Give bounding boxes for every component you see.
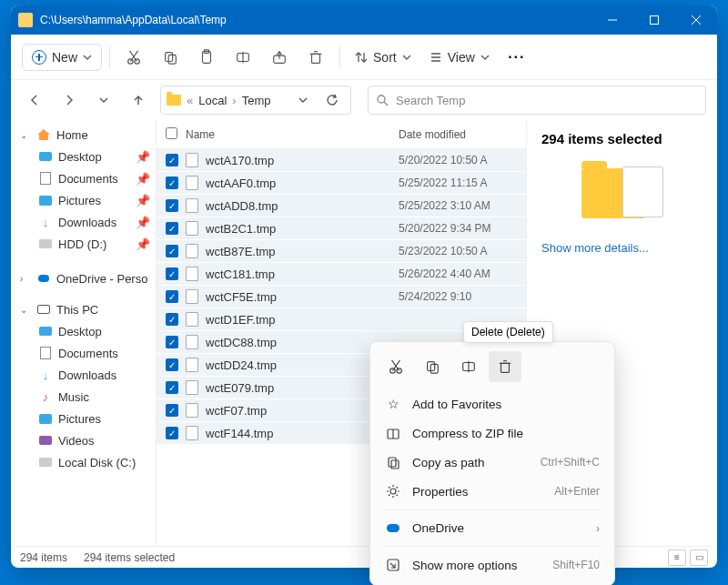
svg-line-6 <box>130 50 137 61</box>
copy-button[interactable] <box>154 41 187 74</box>
ctx-copypath[interactable]: Copy as pathCtrl+Shift+C <box>376 448 609 477</box>
svg-point-42 <box>390 489 396 494</box>
file-name: wctA170.tmp <box>206 154 399 167</box>
row-checkbox[interactable] <box>166 222 178 235</box>
row-checkbox[interactable] <box>166 245 178 257</box>
row-checkbox[interactable] <box>166 267 178 280</box>
select-all-checkbox[interactable] <box>166 127 177 139</box>
view-button[interactable]: View <box>422 45 497 70</box>
refresh-button[interactable] <box>319 87 345 113</box>
table-row[interactable]: wctADD8.tmp5/25/2022 3:10 AM <box>157 195 526 217</box>
sort-button[interactable]: Sort <box>348 45 419 70</box>
svg-line-26 <box>384 102 388 106</box>
row-checkbox[interactable] <box>166 358 178 371</box>
table-row[interactable]: wctA170.tmp5/20/2022 10:50 A <box>157 149 526 172</box>
pictures-icon <box>39 196 52 206</box>
row-checkbox[interactable] <box>166 313 178 326</box>
sidebar-item-pictures[interactable]: Pictures📌 <box>11 189 156 211</box>
ctx-favorites[interactable]: ☆Add to Favorites <box>376 389 609 419</box>
ctx-rename-button[interactable] <box>452 351 485 382</box>
ctx-copy-button[interactable] <box>416 351 449 382</box>
breadcrumb-temp[interactable]: Temp <box>242 94 271 107</box>
more-button[interactable]: ··· <box>500 41 533 74</box>
row-checkbox[interactable] <box>166 177 178 189</box>
row-checkbox[interactable] <box>166 199 178 212</box>
sidebar-item-thispc[interactable]: ⌄This PC <box>11 298 156 320</box>
sidebar-item-downloads2[interactable]: ↓Downloads <box>11 364 156 386</box>
ctx-properties[interactable]: PropertiesAlt+Enter <box>376 477 609 506</box>
column-name[interactable]: Name <box>186 128 399 141</box>
folder-icon <box>18 13 33 27</box>
minimize-button[interactable] <box>592 5 633 35</box>
back-button[interactable] <box>22 87 47 113</box>
column-headers: Name Date modified <box>157 120 526 149</box>
sidebar-item-hdd[interactable]: HDD (D:)📌 <box>11 233 156 255</box>
svg-rect-35 <box>501 363 510 372</box>
sidebar-item-music[interactable]: ♪Music <box>11 386 156 408</box>
sidebar-item-desktop2[interactable]: Desktop <box>11 320 156 342</box>
ctx-cut-button[interactable] <box>379 351 412 382</box>
show-more-link[interactable]: Show more details... <box>541 241 703 255</box>
row-checkbox[interactable] <box>166 336 178 348</box>
breadcrumb-local[interactable]: Local <box>198 94 227 107</box>
ctx-more[interactable]: Show more optionsShift+F10 <box>376 550 609 580</box>
svg-rect-43 <box>388 560 399 570</box>
chevron-right-icon: › <box>232 94 236 107</box>
table-row[interactable]: wctCF5E.tmp5/24/2022 9:10 <box>157 286 526 308</box>
paste-button[interactable] <box>190 41 223 74</box>
details-heading: 294 items selected <box>541 131 703 146</box>
file-name: wctB87E.tmp <box>206 245 399 258</box>
row-checkbox[interactable] <box>166 154 178 166</box>
table-row[interactable]: wctAAF0.tmp5/25/2022 11:15 A <box>157 172 526 195</box>
new-button[interactable]: New <box>22 44 102 71</box>
sidebar-item-documents[interactable]: Documents📌 <box>11 167 156 189</box>
row-checkbox[interactable] <box>166 290 178 303</box>
maximize-button[interactable] <box>633 5 675 35</box>
cut-button[interactable] <box>117 41 150 74</box>
file-name: wctB2C1.tmp <box>206 222 399 236</box>
up-button[interactable] <box>126 87 151 113</box>
navigation-pane[interactable]: ⌄Home Desktop📌 Documents📌 Pictures📌 ↓Dow… <box>11 120 157 546</box>
sidebar-item-home[interactable]: ⌄Home <box>11 124 156 146</box>
row-checkbox[interactable] <box>166 427 178 439</box>
icons-view-button[interactable]: ▭ <box>690 550 708 566</box>
sidebar-item-onedrive[interactable]: ›OneDrive - Perso <box>11 267 156 289</box>
disk-icon <box>39 458 52 467</box>
rename-button[interactable] <box>227 41 259 74</box>
address-dropdown[interactable] <box>290 87 316 113</box>
onedrive-icon <box>38 275 49 282</box>
sidebar-item-videos[interactable]: Videos <box>11 429 156 451</box>
sidebar-item-localdisk[interactable]: Local Disk (C:) <box>11 451 156 473</box>
search-input[interactable]: Search Temp <box>368 86 706 115</box>
column-date[interactable]: Date modified <box>399 128 526 141</box>
pictures-icon <box>39 414 52 424</box>
address-bar[interactable]: « Local › Temp <box>160 86 351 115</box>
file-icon <box>186 358 198 372</box>
file-icon <box>186 176 198 190</box>
sort-label: Sort <box>373 50 397 65</box>
ctx-zip[interactable]: Compress to ZIP file <box>376 419 609 448</box>
delete-tooltip: Delete (Delete) <box>463 321 553 343</box>
recent-button[interactable] <box>91 87 116 113</box>
row-checkbox[interactable] <box>166 404 178 417</box>
svg-rect-1 <box>651 16 659 25</box>
ctx-onedrive[interactable]: OneDrive› <box>376 514 609 542</box>
ctx-delete-button[interactable] <box>489 351 521 382</box>
desktop-icon <box>39 152 52 161</box>
sidebar-item-pictures2[interactable]: Pictures <box>11 408 156 429</box>
close-button[interactable] <box>675 5 717 35</box>
file-icon <box>186 426 198 440</box>
forward-button[interactable] <box>56 87 82 113</box>
sidebar-item-desktop[interactable]: Desktop📌 <box>11 146 156 167</box>
row-checkbox[interactable] <box>166 381 178 394</box>
table-row[interactable]: wctB87E.tmp5/23/2022 10:50 A <box>157 240 526 263</box>
status-selected-count: 294 items selected <box>84 551 175 564</box>
table-row[interactable]: wctC181.tmp5/26/2022 4:40 AM <box>157 263 526 286</box>
nav-bar: « Local › Temp Search Temp <box>11 80 717 120</box>
table-row[interactable]: wctB2C1.tmp5/20/2022 9:34 PM <box>157 217 526 240</box>
details-view-button[interactable]: ≡ <box>668 550 686 566</box>
sidebar-item-downloads[interactable]: ↓Downloads📌 <box>11 211 156 233</box>
sidebar-item-documents2[interactable]: Documents <box>11 342 156 364</box>
share-button[interactable] <box>263 41 296 74</box>
delete-button[interactable] <box>299 41 332 74</box>
